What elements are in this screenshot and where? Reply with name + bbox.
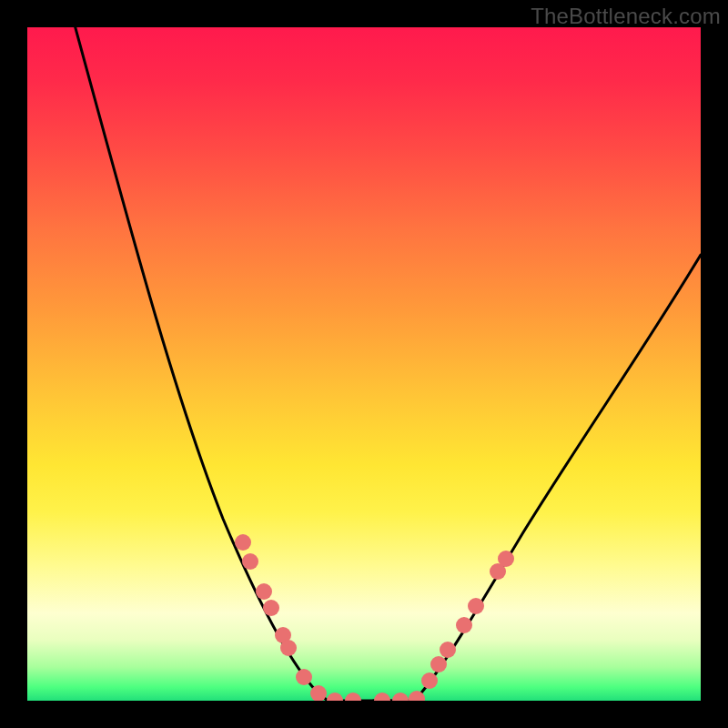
data-dot: [345, 693, 361, 701]
data-dot: [296, 669, 312, 685]
data-dot: [242, 553, 258, 570]
left-curve: [73, 27, 391, 701]
data-dot: [392, 693, 409, 701]
watermark-text: TheBottleneck.com: [531, 4, 721, 29]
data-dot: [280, 640, 297, 656]
data-dot: [456, 617, 472, 633]
data-dot: [235, 534, 251, 551]
dots-left-group: [235, 534, 361, 701]
curve-layer: [27, 27, 701, 701]
chart-frame: TheBottleneck.com: [0, 0, 728, 728]
data-dot: [430, 656, 447, 672]
dots-right-group: [374, 551, 514, 701]
data-dot: [498, 551, 514, 567]
right-curve: [373, 255, 701, 701]
plot-area: [27, 27, 701, 701]
data-dot: [327, 693, 343, 701]
data-dot: [468, 598, 484, 614]
data-dot: [256, 583, 272, 600]
data-dot: [440, 642, 456, 658]
data-dot: [263, 600, 279, 616]
data-dot: [374, 693, 390, 701]
data-dot: [421, 672, 438, 689]
